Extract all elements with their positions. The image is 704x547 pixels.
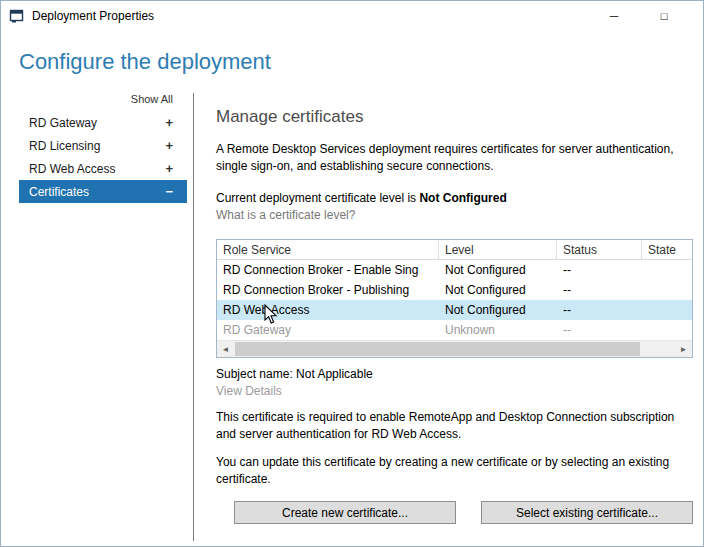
cell-level: Not Configured [439, 280, 557, 300]
cell-level: Not Configured [439, 300, 557, 320]
expand-plus-icon[interactable]: + [165, 138, 173, 153]
sidebar-item-label: Certificates [29, 185, 165, 199]
cell-role-service: RD Gateway [217, 320, 439, 340]
certificate-level-line: Current deployment certificate level is … [216, 191, 507, 205]
certificate-level-value: Not Configured [419, 191, 506, 205]
column-header-role-service[interactable]: Role Service [217, 240, 439, 260]
show-all-link[interactable]: Show All [19, 93, 187, 105]
cell-role-service: RD Connection Broker - Enable Sing [217, 260, 439, 280]
sidebar-item-rd-licensing[interactable]: RD Licensing + [19, 134, 187, 157]
scroll-left-arrow-icon[interactable]: ◄ [217, 341, 234, 357]
cell-role-service: RD Connection Broker - Publishing [217, 280, 439, 300]
table-row-selected[interactable]: RD Web Access Not Configured -- [217, 300, 692, 320]
sidebar-item-rd-web-access[interactable]: RD Web Access + [19, 157, 187, 180]
cell-state [642, 260, 692, 280]
sidebar-item-rd-gateway[interactable]: RD Gateway + [19, 111, 187, 134]
intro-text: A Remote Desktop Services deployment req… [216, 141, 694, 175]
cell-level: Unknown [439, 320, 557, 340]
cell-state [642, 320, 692, 340]
maximize-button[interactable]: □ [647, 1, 681, 31]
sidebar-item-label: RD Web Access [29, 162, 165, 176]
section-title: Manage certificates [216, 107, 363, 127]
table-header-row: Role Service Level Status State [217, 240, 692, 260]
scrollbar-thumb[interactable] [235, 342, 640, 356]
what-is-certificate-level-link[interactable]: What is a certificate level? [216, 208, 355, 222]
expand-plus-icon[interactable]: + [165, 115, 173, 130]
update-certificate-text: You can update this certificate by creat… [216, 454, 694, 488]
create-new-certificate-button[interactable]: Create new certificate... [234, 501, 456, 524]
table-row[interactable]: RD Gateway Unknown -- [217, 320, 692, 340]
page-title: Configure the deployment [19, 49, 271, 75]
window-title: Deployment Properties [32, 9, 154, 23]
sidebar-item-label: RD Gateway [29, 116, 165, 130]
deployment-properties-window: Deployment Properties ─ □ Configure the … [0, 0, 704, 547]
view-details-link[interactable]: View Details [216, 384, 282, 398]
column-header-level[interactable]: Level [439, 240, 557, 260]
sidebar-item-label: RD Licensing [29, 139, 165, 153]
certificate-required-text: This certificate is required to enable R… [216, 409, 694, 443]
column-header-status[interactable]: Status [557, 240, 642, 260]
title-bar: Deployment Properties ─ □ [1, 1, 703, 31]
column-header-state[interactable]: State [642, 240, 692, 260]
table-row[interactable]: RD Connection Broker - Publishing Not Co… [217, 280, 692, 300]
cell-state [642, 280, 692, 300]
cell-status: -- [557, 280, 642, 300]
minimize-button[interactable]: ─ [597, 1, 631, 31]
sidebar-divider [193, 93, 194, 541]
scroll-right-arrow-icon[interactable]: ► [675, 341, 692, 357]
cell-status: -- [557, 260, 642, 280]
collapse-minus-icon[interactable]: − [165, 184, 173, 199]
cell-status: -- [557, 320, 642, 340]
sidebar-item-certificates[interactable]: Certificates − [19, 180, 187, 203]
expand-plus-icon[interactable]: + [165, 161, 173, 176]
certificates-table: Role Service Level Status State RD Conne… [216, 239, 693, 358]
select-existing-certificate-button[interactable]: Select existing certificate... [481, 501, 693, 524]
sidebar: RD Gateway + RD Licensing + RD Web Acces… [19, 111, 187, 203]
horizontal-scrollbar[interactable]: ◄ ► [217, 340, 692, 357]
table-row[interactable]: RD Connection Broker - Enable Sing Not C… [217, 260, 692, 280]
action-buttons: Create new certificate... Select existin… [234, 501, 693, 524]
subject-name-text: Subject name: Not Applicable [216, 367, 373, 381]
app-icon [9, 8, 25, 24]
cell-state [642, 300, 692, 320]
cell-role-service: RD Web Access [217, 300, 439, 320]
certificate-level-label: Current deployment certificate level is [216, 191, 419, 205]
cell-status: -- [557, 300, 642, 320]
cell-level: Not Configured [439, 260, 557, 280]
